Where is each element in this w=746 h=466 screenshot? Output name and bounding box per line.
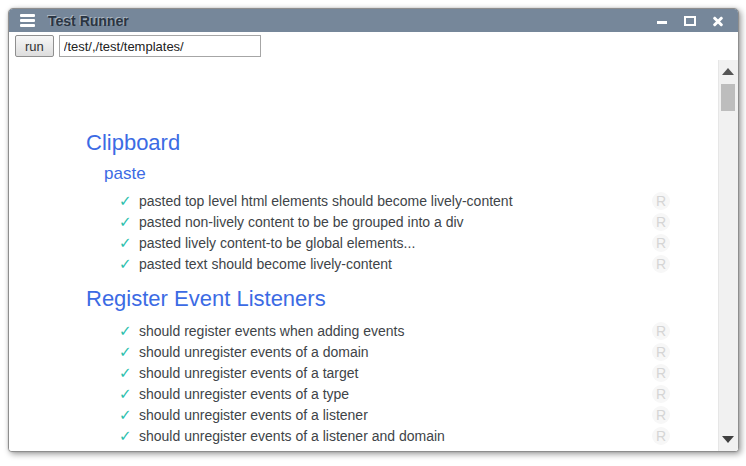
test-row: ✓ pasted top level html elements should … bbox=[119, 190, 670, 211]
test-row: ✓ pasted text should become lively-conte… bbox=[119, 253, 670, 274]
section-subtitle: paste bbox=[104, 164, 719, 184]
test-label: should unregister events of a target bbox=[134, 365, 652, 381]
maximize-icon[interactable] bbox=[683, 14, 697, 28]
rerun-test-button[interactable]: R bbox=[652, 364, 670, 382]
test-row: ✓ pasted lively content-to be global ele… bbox=[119, 232, 670, 253]
window-title: Test Runner bbox=[48, 13, 129, 29]
test-path-input[interactable] bbox=[59, 35, 261, 57]
rerun-test-button[interactable]: R bbox=[652, 385, 670, 403]
test-list: ✓ should register events when adding eve… bbox=[9, 320, 719, 446]
check-pass-icon: ✓ bbox=[119, 235, 134, 250]
scroll-down-icon[interactable] bbox=[722, 436, 734, 443]
test-label: pasted text should become lively-content bbox=[134, 256, 652, 272]
test-row: ✓ pasted non-lively content to be be gro… bbox=[119, 211, 670, 232]
rerun-test-button[interactable]: R bbox=[652, 427, 670, 445]
test-label: pasted top level html elements should be… bbox=[134, 193, 652, 209]
check-pass-icon: ✓ bbox=[119, 344, 134, 359]
rerun-test-button[interactable]: R bbox=[652, 234, 670, 252]
test-row: ✓ should unregister events of a listener… bbox=[119, 404, 670, 425]
test-row: ✓ should register events when adding eve… bbox=[119, 320, 670, 341]
scrollbar-thumb[interactable] bbox=[721, 84, 735, 111]
test-label: pasted lively content-to be global eleme… bbox=[134, 235, 652, 251]
test-row: ✓ should unregister events of a domain R bbox=[119, 341, 670, 362]
check-pass-icon: ✓ bbox=[119, 407, 134, 422]
check-pass-icon: ✓ bbox=[119, 365, 134, 380]
check-pass-icon: ✓ bbox=[119, 256, 134, 271]
rerun-test-button[interactable]: R bbox=[652, 192, 670, 210]
check-pass-icon: ✓ bbox=[119, 428, 134, 443]
check-pass-icon: ✓ bbox=[119, 214, 134, 229]
section-title: Register Event Listeners bbox=[86, 286, 719, 312]
check-pass-icon: ✓ bbox=[119, 323, 134, 338]
rerun-test-button[interactable]: R bbox=[652, 213, 670, 231]
section-title: Clipboard bbox=[86, 130, 719, 156]
test-row: ✓ should unregister events of a target R bbox=[119, 362, 670, 383]
check-pass-icon: ✓ bbox=[119, 386, 134, 401]
window-controls bbox=[655, 14, 725, 28]
test-list: ✓ pasted top level html elements should … bbox=[9, 190, 719, 274]
run-button[interactable]: run bbox=[15, 35, 54, 57]
scrollbar-track[interactable] bbox=[718, 60, 738, 451]
hamburger-menu-icon[interactable] bbox=[20, 14, 35, 27]
test-row: ✓ should unregister events of a listener… bbox=[119, 425, 670, 446]
test-label: should unregister events of a type bbox=[134, 386, 652, 402]
test-label: should unregister events of a domain bbox=[134, 344, 652, 360]
rerun-test-button[interactable]: R bbox=[652, 255, 670, 273]
test-section: Register Event Listeners ✓ should regist… bbox=[9, 286, 719, 446]
rerun-test-button[interactable]: R bbox=[652, 343, 670, 361]
test-label: should register events when adding event… bbox=[134, 323, 652, 339]
title-bar: Test Runner bbox=[9, 9, 738, 32]
test-label: should unregister events of a listener a… bbox=[134, 428, 652, 444]
rerun-test-button[interactable]: R bbox=[652, 322, 670, 340]
content-area: Clipboard paste ✓ pasted top level html … bbox=[9, 60, 738, 451]
test-section: Clipboard paste ✓ pasted top level html … bbox=[9, 130, 719, 274]
test-row: ✓ should unregister events of a type R bbox=[119, 383, 670, 404]
toolbar: run bbox=[9, 32, 738, 60]
test-label: pasted non-lively content to be be group… bbox=[134, 214, 652, 230]
scroll-up-icon[interactable] bbox=[722, 68, 734, 75]
test-runner-window: Test Runner run Clipboard paste ✓ pasted… bbox=[8, 8, 739, 452]
close-icon[interactable] bbox=[711, 14, 725, 28]
minimize-icon[interactable] bbox=[655, 14, 669, 28]
test-report: Clipboard paste ✓ pasted top level html … bbox=[9, 60, 719, 451]
rerun-test-button[interactable]: R bbox=[652, 406, 670, 424]
test-label: should unregister events of a listener bbox=[134, 407, 652, 423]
check-pass-icon: ✓ bbox=[119, 193, 134, 208]
